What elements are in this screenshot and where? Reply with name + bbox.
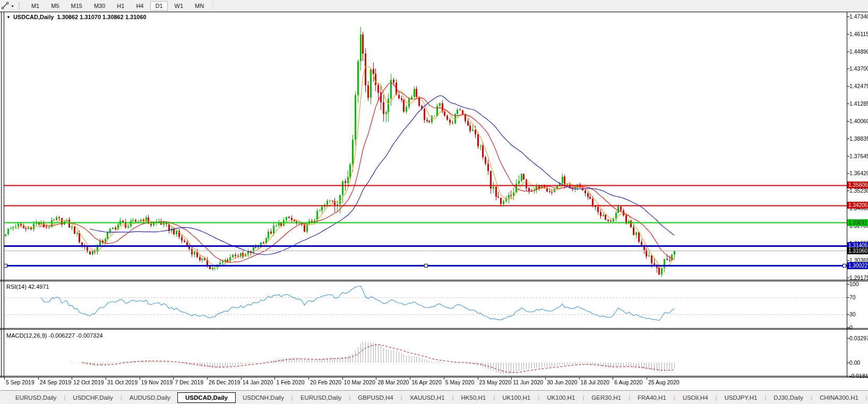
timeframe-button-m1[interactable]: M1 <box>27 1 44 11</box>
tab-xauusd-h1[interactable]: XAUUSD,H1 <box>403 392 452 403</box>
price-axis-tick: 1.40060 <box>849 118 868 125</box>
macd-axis-tick: -0.018157 <box>849 373 868 380</box>
tab-ger30-h1[interactable]: GER30,H1 <box>585 392 628 403</box>
price-axis-tick: 1.46115 <box>849 31 868 38</box>
mt4-window: ▼ M1M5M15M30H1H4D1W1MN ▼USDCAD,Daily 1.3… <box>0 0 868 404</box>
rsi-title: RSI(14) 42.4971 <box>6 283 49 290</box>
tab-china300-h1[interactable]: CHINA300,H1 <box>813 392 865 403</box>
date-axis-tick: 1 Feb 2020 <box>276 379 304 385</box>
macd-title: MACD(12,26,9) -0.006227 -0.007324 <box>6 332 103 339</box>
price-level-label: 1.34206 <box>847 202 868 209</box>
price-axis-tick: 1.41285 <box>849 100 868 107</box>
date-axis-tick: 5 Sep 2019 <box>6 379 35 385</box>
rsi-axis-tick: 30 <box>849 311 856 318</box>
date-axis-tick: 6 Aug 2020 <box>614 379 642 385</box>
date-axis-tick: 5 May 2020 <box>445 379 475 385</box>
price-level-label: 1.30022 <box>847 262 868 269</box>
tab-fra40-h1[interactable]: FRA40,H1 <box>631 392 673 403</box>
date-axis-tick: 18 Jul 2020 <box>581 379 609 385</box>
collapse-triangle-icon[interactable]: ▼ <box>6 15 11 20</box>
timeframe-button-m30[interactable]: M30 <box>89 1 110 11</box>
tab-usdjpy-h1[interactable]: USDJPY,H1 <box>718 392 764 403</box>
tab-hk50-h1[interactable]: HK50,H1 <box>454 392 493 403</box>
date-axis-tick: 10 Mar 2020 <box>344 379 375 385</box>
chart-canvas[interactable] <box>0 12 868 390</box>
macd-axis-tick: 0.00 <box>849 359 860 366</box>
timeframe-button-w1[interactable]: W1 <box>170 1 188 11</box>
price-axis-tick: 1.47340 <box>849 13 868 20</box>
tab-audusd-daily[interactable]: AUDUSD,Daily <box>123 392 177 403</box>
date-axis-tick: 26 Dec 2019 <box>209 379 240 385</box>
tab-gbpusd-h4[interactable]: GBPUSD,H4 <box>351 392 400 403</box>
macd-axis-tick: 0.032977 <box>849 335 868 342</box>
tab-usdchf-daily[interactable]: USDCHF,Daily <box>66 392 119 403</box>
date-axis-tick: 7 Dec 2019 <box>175 379 203 385</box>
timeframe-button-m15[interactable]: M15 <box>66 1 87 11</box>
rsi-axis-tick: 70 <box>849 294 856 301</box>
price-level-label: 1.35606 <box>847 182 868 188</box>
date-axis-tick: 19 Nov 2019 <box>141 379 173 385</box>
symbol-tabbar: EURUSD,Daily|USDCHF,Daily|AUDUSD,DailyUS… <box>0 390 868 404</box>
chart-title-symbol: USDCAD,Daily <box>13 14 54 20</box>
date-axis-tick: 12 Oct 2019 <box>73 379 104 385</box>
date-axis-tick: 23 May 2020 <box>479 379 512 385</box>
date-axis-tick: 20 Feb 2020 <box>310 379 341 385</box>
line-studies-icon[interactable] <box>1 2 11 10</box>
tab-uk100-h1[interactable]: UK100,H1 <box>495 392 537 403</box>
price-axis-tick: 1.36420 <box>849 170 868 177</box>
tab-uk100-h1[interactable]: UK100,H1 <box>540 392 582 403</box>
timeframe-button-mn[interactable]: MN <box>190 1 209 11</box>
timeframe-button-d1[interactable]: D1 <box>150 1 167 11</box>
toolbar-grip <box>19 2 21 10</box>
date-axis-tick: 28 Mar 2020 <box>377 379 409 385</box>
price-axis-tick: 1.44890 <box>849 48 868 55</box>
timeframe-buttons: M1M5M15M30H1H4D1W1MN <box>25 1 210 11</box>
tab-eurusd-daily[interactable]: EURUSD,Daily <box>294 392 348 403</box>
price-axis-tick: 1.37645 <box>849 153 868 160</box>
price-axis-tick: 1.43700 <box>849 65 868 72</box>
chart-title: ▼USDCAD,Daily 1.30862 1.31070 1.30862 1.… <box>6 14 147 20</box>
rsi-axis-tick: 0 <box>849 324 853 331</box>
rsi-axis-tick: 100 <box>849 281 859 288</box>
tab-usoil-h4[interactable]: USOil,H4 <box>676 392 715 403</box>
date-axis-tick: 11 Jun 2020 <box>513 379 543 385</box>
symbol-tabs: EURUSD,Daily|USDCHF,Daily|AUDUSD,DailyUS… <box>8 392 868 403</box>
chart-panel: ▼USDCAD,Daily 1.30862 1.31070 1.30862 1.… <box>0 12 868 390</box>
date-axis-tick: 25 Aug 2020 <box>648 379 680 385</box>
date-axis-tick: 16 Apr 2020 <box>411 379 442 385</box>
price-axis-tick: 1.38835 <box>849 135 868 142</box>
date-axis-tick: 24 Sep 2019 <box>40 379 72 385</box>
date-axis-tick: 14 Jan 2020 <box>243 379 273 385</box>
line-studies-dropdown-icon[interactable]: ▼ <box>11 4 14 8</box>
timeframe-button-m5[interactable]: M5 <box>46 1 64 11</box>
tab-eurusd-daily[interactable]: EURUSD,Daily <box>8 392 63 403</box>
toolbar-separator <box>213 2 213 10</box>
tab-usdcad-daily[interactable]: USDCAD,Daily <box>177 392 236 403</box>
current-price-label: 1.31060 <box>847 247 868 254</box>
tab-usdcnh-daily[interactable]: USDCNH,Daily <box>236 392 291 403</box>
tab-dj30-daily[interactable]: DJ30,Daily <box>767 392 810 403</box>
timeframe-button-h1[interactable]: H1 <box>112 1 129 11</box>
date-axis-tick: 30 Jun 2020 <box>547 379 578 385</box>
top-toolbar: ▼ M1M5M15M30H1H4D1W1MN <box>0 0 868 12</box>
price-level-label: 1.33011 <box>847 219 868 226</box>
price-axis-tick: 1.42475 <box>849 83 868 90</box>
timeframe-button-h4[interactable]: H4 <box>131 1 148 11</box>
chart-title-ohlc: 1.30862 1.31070 1.30862 1.31060 <box>57 14 146 20</box>
date-axis-tick: 31 Oct 2019 <box>107 379 137 385</box>
